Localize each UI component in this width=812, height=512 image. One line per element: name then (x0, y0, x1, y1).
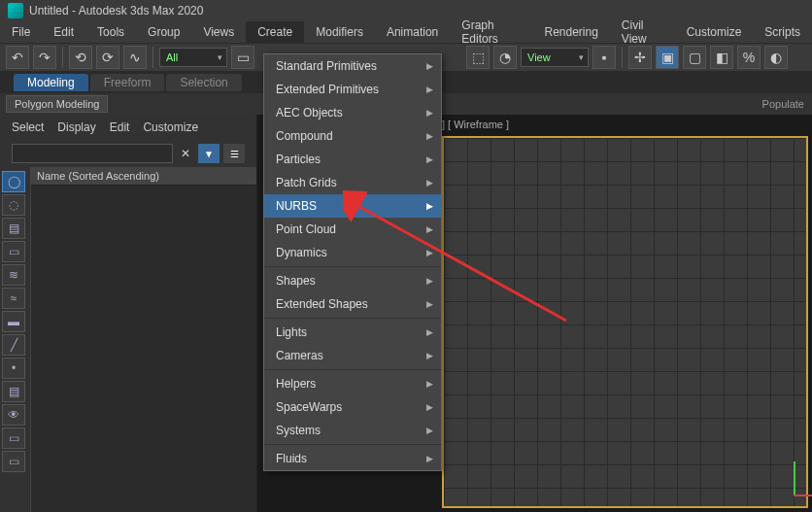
clear-search-icon[interactable]: ✕ (177, 145, 194, 162)
submenu-arrow-icon: ▶ (426, 131, 433, 141)
menu-group[interactable]: Group (136, 21, 191, 43)
tab-modeling[interactable]: Modeling (14, 74, 88, 91)
tab-freeform[interactable]: Freeform (90, 74, 165, 91)
menu-item-compound[interactable]: Compound▶ (264, 124, 441, 148)
menu-rendering[interactable]: Rendering (532, 21, 609, 43)
select-button[interactable]: ▭ (231, 46, 254, 69)
viewport-grid[interactable] (442, 136, 808, 508)
menu-item-aec-objects[interactable]: AEC Objects▶ (264, 101, 441, 124)
submenu-arrow-icon: ▶ (426, 426, 433, 435)
scene-menu-edit[interactable]: Edit (110, 120, 130, 134)
scene-explorer-menubar: SelectDisplayEditCustomize (0, 115, 256, 140)
diag-filter-icon[interactable]: ╱ (2, 334, 25, 356)
submenu-arrow-icon: ▶ (426, 154, 433, 164)
menu-views[interactable]: Views (191, 21, 246, 43)
ribbon-panel-label[interactable]: Polygon Modeling (6, 95, 108, 113)
menu-edit[interactable]: Edit (42, 21, 85, 43)
menu-item-lights[interactable]: Lights▶ (264, 321, 441, 344)
menu-animation[interactable]: Animation (375, 21, 450, 43)
menu-item-point-cloud[interactable]: Point Cloud▶ (264, 218, 441, 241)
spinner-button[interactable]: ◐ (764, 46, 788, 69)
app-logo-icon (8, 3, 23, 18)
unlink-button[interactable]: ⟳ (96, 46, 119, 69)
scene-menu-display[interactable]: Display (57, 120, 95, 134)
menu-create[interactable]: Create (246, 21, 304, 43)
y-axis-icon (794, 461, 795, 496)
menu-item-fluids[interactable]: Fluids▶ (264, 447, 441, 470)
menu-item-systems[interactable]: Systems▶ (264, 419, 441, 442)
marquee-button[interactable]: ⬚ (466, 46, 490, 69)
viewport-label[interactable]: ] [ Wireframe ] (442, 119, 509, 130)
submenu-arrow-icon: ▶ (426, 248, 433, 257)
selection-filter-combo[interactable]: All (159, 48, 227, 67)
menu-customize[interactable]: Customize (675, 21, 754, 43)
scale-button[interactable]: ▢ (683, 46, 706, 69)
rect4-filter-icon[interactable]: ▭ (2, 451, 25, 472)
menu-item-nurbs[interactable]: NURBS▶ (264, 194, 441, 218)
place-button[interactable]: ◧ (710, 46, 733, 69)
filter-button[interactable]: ▼ (198, 144, 220, 163)
submenu-arrow-icon: ▶ (426, 402, 433, 412)
menu-item-standard-primitives[interactable]: Standard Primitives▶ (264, 54, 441, 78)
scene-menu-customize[interactable]: Customize (143, 120, 198, 134)
submenu-arrow-icon: ▶ (426, 178, 433, 188)
submenu-arrow-icon: ▶ (426, 454, 433, 463)
filter-options-button[interactable]: ☰ (223, 144, 245, 163)
rect2-filter-icon[interactable]: ▬ (2, 311, 25, 332)
submenu-arrow-icon: ▶ (426, 61, 433, 71)
menu-separator (264, 444, 441, 445)
menu-item-cameras[interactable]: Cameras▶ (264, 344, 441, 367)
rect-filter-icon[interactable]: ▭ (2, 241, 25, 262)
menu-item-dynamics[interactable]: Dynamics▶ (264, 241, 441, 264)
menu-scripts[interactable]: Scripts (753, 21, 812, 43)
lasso-button[interactable]: ◔ (493, 46, 517, 69)
move-button[interactable]: ✢ (628, 46, 652, 69)
menu-item-spacewarps[interactable]: SpaceWarps▶ (264, 395, 441, 419)
waves2-filter-icon[interactable]: ≈ (2, 288, 25, 309)
menu-modifiers[interactable]: Modifiers (304, 21, 375, 43)
circle-filter-icon[interactable]: ◯ (2, 171, 25, 192)
submenu-arrow-icon: ▶ (426, 299, 433, 309)
eye-filter-icon[interactable]: 👁 (2, 404, 25, 426)
menu-item-extended-primitives[interactable]: Extended Primitives▶ (264, 78, 441, 101)
menubar: FileEditToolsGroupViewsCreateModifiersAn… (0, 21, 812, 43)
menu-separator (264, 318, 441, 319)
menu-separator (264, 369, 441, 370)
scene-menu-select[interactable]: Select (12, 120, 44, 134)
bulb-filter-icon[interactable]: ◌ (2, 194, 25, 216)
x-axis-icon (794, 495, 812, 496)
submenu-arrow-icon: ▶ (426, 85, 433, 94)
menu-item-shapes[interactable]: Shapes▶ (264, 269, 441, 292)
scene-explorer-panel: SelectDisplayEditCustomize ✕ ▼ ☰ ◯◌▤▭≋≈▬… (0, 115, 257, 512)
menu-item-helpers[interactable]: Helpers▶ (264, 372, 441, 395)
cam-filter-icon[interactable]: ▤ (2, 218, 25, 239)
redo-button[interactable]: ↷ (33, 46, 56, 69)
menu-graph-editors[interactable]: Graph Editors (450, 21, 532, 43)
name-list-panel[interactable]: Name (Sorted Ascending) (31, 167, 256, 512)
percent-button[interactable]: % (737, 46, 761, 69)
rotate-button[interactable]: ▣ (656, 46, 679, 69)
display-filter-iconbar: ◯◌▤▭≋≈▬╱•▤👁▭▭ (0, 167, 31, 512)
tab-selection[interactable]: Selection (166, 74, 241, 91)
name-column-header[interactable]: Name (Sorted Ascending) (31, 167, 256, 186)
menu-item-patch-grids[interactable]: Patch Grids▶ (264, 171, 441, 194)
point-filter-icon[interactable]: • (2, 358, 25, 379)
menu-tools[interactable]: Tools (85, 21, 136, 43)
menu-item-extended-shapes[interactable]: Extended Shapes▶ (264, 292, 441, 316)
layers-filter-icon[interactable]: ▤ (2, 381, 25, 402)
ref-coord-combo[interactable]: View (521, 48, 589, 67)
menu-file[interactable]: File (0, 21, 42, 43)
waves-filter-icon[interactable]: ≋ (2, 264, 25, 286)
menu-civil-view[interactable]: Civil View (610, 21, 675, 43)
window-title: Untitled - Autodesk 3ds Max 2020 (29, 4, 203, 17)
rect3-filter-icon[interactable]: ▭ (2, 427, 25, 449)
bind-button[interactable]: ∿ (123, 46, 147, 69)
submenu-arrow-icon: ▶ (426, 224, 433, 234)
use-pivot-button[interactable]: ▪ (592, 46, 616, 69)
separator (152, 47, 153, 68)
undo-button[interactable]: ↶ (6, 46, 29, 69)
search-input[interactable] (12, 144, 173, 163)
link-button[interactable]: ⟲ (69, 46, 92, 69)
menu-item-particles[interactable]: Particles▶ (264, 148, 441, 171)
menu-separator (264, 266, 441, 267)
